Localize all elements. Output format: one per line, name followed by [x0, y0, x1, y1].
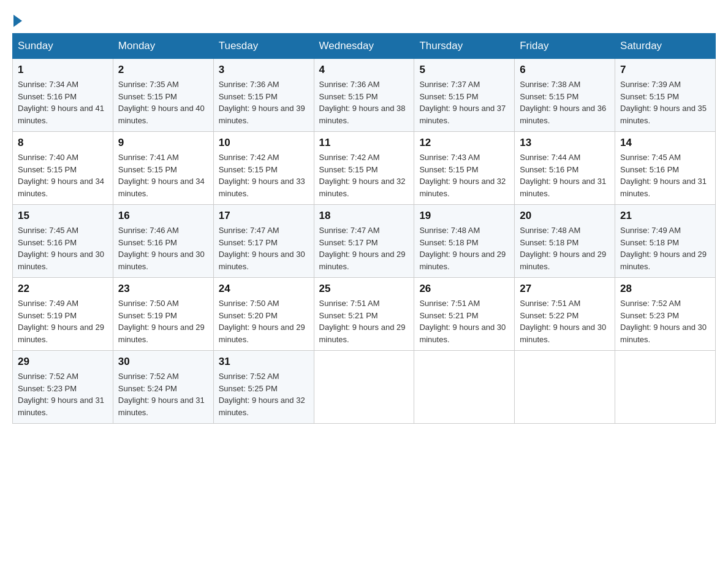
- day-info: Sunrise: 7:50 AMSunset: 5:19 PMDaylight:…: [118, 297, 208, 345]
- calendar-cell: 3Sunrise: 7:36 AMSunset: 5:15 PMDaylight…: [213, 59, 314, 132]
- weekday-header-monday: Monday: [113, 34, 213, 59]
- calendar-week-2: 8Sunrise: 7:40 AMSunset: 5:15 PMDaylight…: [13, 132, 716, 205]
- day-info: Sunrise: 7:52 AMSunset: 5:23 PMDaylight:…: [18, 370, 108, 418]
- calendar-cell: 29Sunrise: 7:52 AMSunset: 5:23 PMDayligh…: [13, 351, 113, 424]
- day-number: 15: [18, 210, 108, 222]
- calendar-cell: 13Sunrise: 7:44 AMSunset: 5:16 PMDayligh…: [515, 132, 615, 205]
- day-number: 9: [118, 137, 208, 149]
- calendar-cell: 4Sunrise: 7:36 AMSunset: 5:15 PMDaylight…: [314, 59, 414, 132]
- day-number: 8: [18, 137, 108, 149]
- calendar-cell: 14Sunrise: 7:45 AMSunset: 5:16 PMDayligh…: [615, 132, 716, 205]
- day-number: 19: [419, 210, 509, 222]
- calendar-cell: 25Sunrise: 7:51 AMSunset: 5:21 PMDayligh…: [314, 278, 414, 351]
- calendar-cell: 2Sunrise: 7:35 AMSunset: 5:15 PMDaylight…: [113, 59, 213, 132]
- calendar-cell: 21Sunrise: 7:49 AMSunset: 5:18 PMDayligh…: [615, 205, 716, 278]
- day-number: 18: [319, 210, 409, 222]
- calendar-cell: 26Sunrise: 7:51 AMSunset: 5:21 PMDayligh…: [414, 278, 515, 351]
- day-info: Sunrise: 7:44 AMSunset: 5:16 PMDaylight:…: [520, 151, 610, 199]
- day-number: 7: [620, 64, 710, 76]
- day-number: 10: [219, 137, 309, 149]
- day-info: Sunrise: 7:36 AMSunset: 5:15 PMDaylight:…: [219, 79, 309, 126]
- day-number: 3: [219, 64, 309, 76]
- calendar-cell: [414, 351, 515, 424]
- day-number: 1: [18, 64, 108, 76]
- day-info: Sunrise: 7:39 AMSunset: 5:15 PMDaylight:…: [620, 79, 710, 126]
- calendar-header: SundayMondayTuesdayWednesdayThursdayFrid…: [13, 34, 716, 59]
- page-header: [12, 12, 716, 27]
- day-info: Sunrise: 7:46 AMSunset: 5:16 PMDaylight:…: [118, 224, 208, 272]
- calendar-cell: 20Sunrise: 7:48 AMSunset: 5:18 PMDayligh…: [515, 205, 615, 278]
- calendar-cell: [515, 351, 615, 424]
- calendar-cell: 1Sunrise: 7:34 AMSunset: 5:16 PMDaylight…: [13, 59, 113, 132]
- day-info: Sunrise: 7:49 AMSunset: 5:18 PMDaylight:…: [620, 224, 710, 272]
- calendar-cell: 15Sunrise: 7:45 AMSunset: 5:16 PMDayligh…: [13, 205, 113, 278]
- calendar-table: SundayMondayTuesdayWednesdayThursdayFrid…: [12, 33, 716, 424]
- calendar-cell: 22Sunrise: 7:49 AMSunset: 5:19 PMDayligh…: [13, 278, 113, 351]
- day-info: Sunrise: 7:41 AMSunset: 5:15 PMDaylight:…: [118, 151, 208, 199]
- day-info: Sunrise: 7:45 AMSunset: 5:16 PMDaylight:…: [620, 151, 710, 199]
- day-info: Sunrise: 7:38 AMSunset: 5:15 PMDaylight:…: [520, 79, 610, 126]
- weekday-header-friday: Friday: [515, 34, 615, 59]
- logo: [12, 12, 25, 27]
- day-info: Sunrise: 7:51 AMSunset: 5:22 PMDaylight:…: [520, 297, 610, 345]
- calendar-week-5: 29Sunrise: 7:52 AMSunset: 5:23 PMDayligh…: [13, 351, 716, 424]
- day-number: 22: [18, 283, 108, 295]
- calendar-cell: 17Sunrise: 7:47 AMSunset: 5:17 PMDayligh…: [213, 205, 314, 278]
- calendar-cell: 30Sunrise: 7:52 AMSunset: 5:24 PMDayligh…: [113, 351, 213, 424]
- day-info: Sunrise: 7:47 AMSunset: 5:17 PMDaylight:…: [319, 224, 409, 272]
- day-number: 6: [520, 64, 610, 76]
- calendar-week-4: 22Sunrise: 7:49 AMSunset: 5:19 PMDayligh…: [13, 278, 716, 351]
- weekday-header-wednesday: Wednesday: [314, 34, 414, 59]
- day-info: Sunrise: 7:34 AMSunset: 5:16 PMDaylight:…: [18, 79, 108, 126]
- calendar-cell: 18Sunrise: 7:47 AMSunset: 5:17 PMDayligh…: [314, 205, 414, 278]
- day-info: Sunrise: 7:42 AMSunset: 5:15 PMDaylight:…: [319, 151, 409, 199]
- day-number: 2: [118, 64, 208, 76]
- day-number: 5: [419, 64, 509, 76]
- calendar-cell: [314, 351, 414, 424]
- day-info: Sunrise: 7:36 AMSunset: 5:15 PMDaylight:…: [319, 79, 409, 126]
- calendar-cell: 24Sunrise: 7:50 AMSunset: 5:20 PMDayligh…: [213, 278, 314, 351]
- day-info: Sunrise: 7:37 AMSunset: 5:15 PMDaylight:…: [419, 79, 509, 126]
- weekday-header-row: SundayMondayTuesdayWednesdayThursdayFrid…: [13, 34, 716, 59]
- day-number: 12: [419, 137, 509, 149]
- calendar-cell: 5Sunrise: 7:37 AMSunset: 5:15 PMDaylight…: [414, 59, 515, 132]
- day-info: Sunrise: 7:52 AMSunset: 5:25 PMDaylight:…: [219, 370, 309, 418]
- day-number: 14: [620, 137, 710, 149]
- day-info: Sunrise: 7:40 AMSunset: 5:15 PMDaylight:…: [18, 151, 108, 199]
- calendar-week-3: 15Sunrise: 7:45 AMSunset: 5:16 PMDayligh…: [13, 205, 716, 278]
- calendar-cell: 11Sunrise: 7:42 AMSunset: 5:15 PMDayligh…: [314, 132, 414, 205]
- day-number: 16: [118, 210, 208, 222]
- calendar-cell: 6Sunrise: 7:38 AMSunset: 5:15 PMDaylight…: [515, 59, 615, 132]
- day-number: 26: [419, 283, 509, 295]
- calendar-body: 1Sunrise: 7:34 AMSunset: 5:16 PMDaylight…: [13, 59, 716, 424]
- weekday-header-saturday: Saturday: [615, 34, 716, 59]
- weekday-header-tuesday: Tuesday: [213, 34, 314, 59]
- day-info: Sunrise: 7:47 AMSunset: 5:17 PMDaylight:…: [219, 224, 309, 272]
- logo-arrow-icon: [13, 15, 22, 27]
- day-number: 28: [620, 283, 710, 295]
- day-info: Sunrise: 7:50 AMSunset: 5:20 PMDaylight:…: [219, 297, 309, 345]
- day-info: Sunrise: 7:42 AMSunset: 5:15 PMDaylight:…: [219, 151, 309, 199]
- day-number: 29: [18, 356, 108, 368]
- calendar-cell: [615, 351, 716, 424]
- day-info: Sunrise: 7:45 AMSunset: 5:16 PMDaylight:…: [18, 224, 108, 272]
- calendar-cell: 31Sunrise: 7:52 AMSunset: 5:25 PMDayligh…: [213, 351, 314, 424]
- day-info: Sunrise: 7:43 AMSunset: 5:15 PMDaylight:…: [419, 151, 509, 199]
- weekday-header-sunday: Sunday: [13, 34, 113, 59]
- calendar-cell: 8Sunrise: 7:40 AMSunset: 5:15 PMDaylight…: [13, 132, 113, 205]
- day-info: Sunrise: 7:51 AMSunset: 5:21 PMDaylight:…: [419, 297, 509, 345]
- day-number: 24: [219, 283, 309, 295]
- calendar-cell: 10Sunrise: 7:42 AMSunset: 5:15 PMDayligh…: [213, 132, 314, 205]
- day-number: 17: [219, 210, 309, 222]
- day-number: 4: [319, 64, 409, 76]
- day-number: 21: [620, 210, 710, 222]
- calendar-cell: 27Sunrise: 7:51 AMSunset: 5:22 PMDayligh…: [515, 278, 615, 351]
- calendar-cell: 12Sunrise: 7:43 AMSunset: 5:15 PMDayligh…: [414, 132, 515, 205]
- calendar-cell: 7Sunrise: 7:39 AMSunset: 5:15 PMDaylight…: [615, 59, 716, 132]
- calendar-cell: 9Sunrise: 7:41 AMSunset: 5:15 PMDaylight…: [113, 132, 213, 205]
- day-number: 20: [520, 210, 610, 222]
- calendar-cell: 16Sunrise: 7:46 AMSunset: 5:16 PMDayligh…: [113, 205, 213, 278]
- day-number: 25: [319, 283, 409, 295]
- day-number: 30: [118, 356, 208, 368]
- day-number: 11: [319, 137, 409, 149]
